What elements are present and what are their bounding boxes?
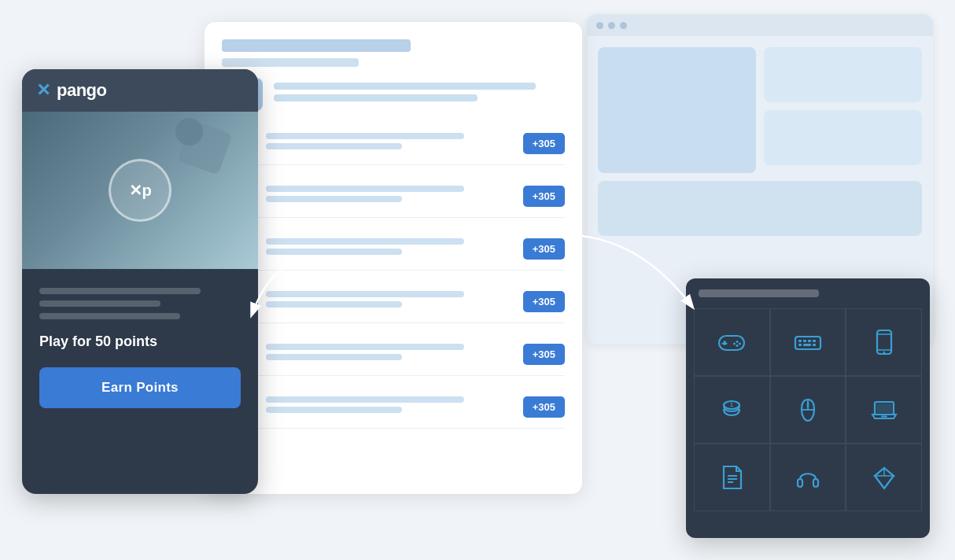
phone-line-1	[39, 288, 201, 294]
list-row[interactable]: +305	[222, 227, 565, 271]
icons-grid: 1	[686, 305, 930, 519]
mouse-icon	[792, 394, 824, 426]
phone-card: ✕ pango ✕p Play for 50 points Earn Point…	[22, 69, 258, 494]
mouse-icon-cell[interactable]	[770, 376, 846, 444]
row-badge: +305	[523, 396, 565, 418]
logo-x: ✕	[36, 80, 50, 101]
row-lines	[266, 291, 514, 311]
rp-block-short-top	[764, 47, 922, 102]
rp-block-short-bottom	[764, 110, 922, 165]
laptop-icon	[868, 394, 900, 426]
svg-point-6	[733, 343, 736, 345]
phone-line-2	[39, 300, 160, 307]
svg-rect-25	[876, 403, 892, 413]
svg-line-35	[884, 476, 894, 488]
svg-text:1: 1	[730, 402, 733, 407]
phone-lines	[39, 288, 241, 319]
svg-line-34	[875, 476, 884, 488]
list-row[interactable]: +305	[222, 122, 565, 165]
earn-points-button[interactable]: Earn Points	[39, 367, 241, 408]
list-row[interactable]: +305	[222, 280, 565, 323]
list-row[interactable]: +305	[222, 333, 565, 376]
icons-card: 1	[686, 278, 930, 538]
coins-icon-cell[interactable]: 1	[694, 376, 770, 444]
coins-icon: 1	[716, 394, 747, 426]
rp-dot-2	[608, 22, 615, 29]
list-top-line-1	[274, 83, 536, 90]
rp-block-tall-left	[598, 47, 756, 173]
phone-line-3	[39, 313, 180, 319]
list-row[interactable]: +305	[222, 385, 565, 429]
list-header	[205, 22, 582, 78]
phone-header: ✕ pango	[22, 69, 258, 112]
svg-rect-12	[798, 344, 802, 346]
scene-shape-circle	[175, 118, 203, 146]
headphones-icon	[792, 462, 824, 493]
row-lines	[266, 133, 514, 153]
svg-rect-11	[813, 340, 816, 342]
right-panel-toolbar	[587, 14, 933, 36]
gem-icon-cell[interactable]	[846, 444, 922, 511]
row-badge: +305	[523, 291, 565, 312]
svg-rect-30	[798, 479, 802, 487]
laptop-icon-cell[interactable]	[846, 376, 922, 444]
svg-rect-14	[813, 344, 816, 346]
list-top-lines	[274, 83, 565, 106]
row-lines	[266, 238, 514, 259]
list-card: +305 +305 +305 +305	[205, 22, 582, 494]
rp-block-wide	[598, 181, 922, 236]
icons-header-bar	[699, 289, 819, 297]
svg-rect-13	[803, 344, 811, 346]
row-badge: +305	[523, 133, 565, 154]
xp-label: ✕p	[129, 181, 150, 200]
row-badge: +305	[523, 186, 565, 207]
gem-icon	[868, 462, 900, 493]
icons-card-header	[686, 278, 930, 305]
phone-icon	[868, 326, 900, 358]
list-rows: +305 +305 +305 +305	[205, 122, 582, 429]
svg-rect-7	[795, 337, 820, 349]
row-lines	[266, 396, 514, 417]
right-panel-body	[587, 36, 933, 247]
logo-text: pango	[57, 80, 107, 101]
gamepad-icon-cell[interactable]	[694, 308, 770, 376]
keyboard-icon-cell[interactable]	[770, 308, 846, 376]
svg-point-5	[736, 344, 739, 347]
phone-scene: ✕p	[22, 112, 258, 269]
svg-rect-8	[798, 340, 802, 342]
play-text: Play for 50 points	[39, 333, 241, 350]
svg-rect-31	[813, 479, 818, 487]
svg-rect-2	[722, 343, 728, 345]
list-top-line-2	[274, 94, 478, 101]
row-badge: +305	[523, 238, 565, 260]
svg-rect-10	[808, 340, 811, 342]
gamepad-icon	[716, 326, 747, 358]
svg-point-3	[736, 341, 739, 343]
keyboard-icon	[792, 326, 824, 358]
svg-rect-9	[803, 340, 806, 342]
list-row[interactable]: +305	[222, 175, 565, 218]
svg-point-4	[739, 343, 741, 345]
document-icon	[716, 462, 747, 493]
mobile-icon-cell[interactable]	[846, 308, 922, 376]
svg-point-18	[883, 352, 884, 353]
row-lines	[266, 186, 514, 206]
rp-dot-3	[620, 22, 627, 29]
document-icon-cell[interactable]	[694, 444, 770, 511]
row-badge: +305	[523, 344, 565, 365]
list-top-item	[222, 78, 565, 111]
rp-dot-1	[596, 22, 603, 29]
xp-circle: ✕p	[109, 159, 171, 222]
list-header-bar1	[222, 39, 411, 52]
list-header-bar2	[222, 58, 359, 67]
row-lines	[266, 344, 514, 364]
headphones-icon-cell[interactable]	[770, 444, 846, 511]
phone-content: Play for 50 points Earn Points	[22, 269, 258, 422]
